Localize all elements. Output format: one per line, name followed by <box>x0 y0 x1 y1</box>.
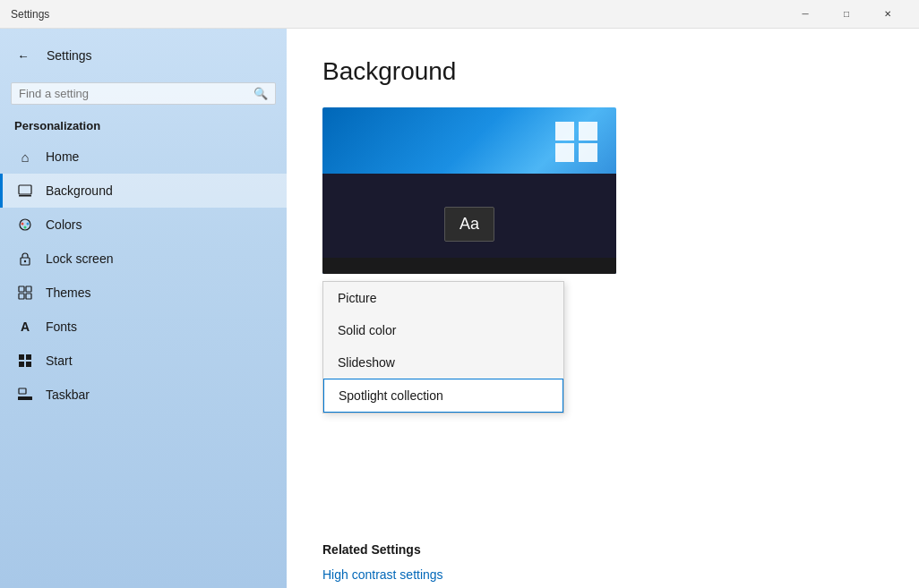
personalization-label: Personalization <box>0 115 287 140</box>
svg-rect-12 <box>19 354 24 360</box>
search-box[interactable]: 🔍 <box>11 82 276 105</box>
svg-rect-11 <box>26 294 31 299</box>
sidebar-item-taskbar[interactable]: Taskbar <box>0 378 287 412</box>
sidebar-item-background[interactable]: Background <box>0 174 287 208</box>
svg-point-4 <box>27 223 30 226</box>
background-icon <box>17 183 33 199</box>
sidebar-item-label-colors: Colors <box>46 217 82 232</box>
window-controls: ─ □ ✕ <box>785 0 908 29</box>
sidebar: ← Settings 🔍 Personalization ⌂ Home <box>0 29 287 588</box>
dropdown-option-picture[interactable]: Picture <box>323 282 563 314</box>
preview-background: Aa <box>322 107 616 274</box>
start-icon <box>17 353 33 369</box>
sidebar-item-label-lock-screen: Lock screen <box>46 251 113 266</box>
app-body: ← Settings 🔍 Personalization ⌂ Home <box>0 29 919 588</box>
related-settings-title: Related Settings <box>322 542 883 557</box>
dropdown-option-spotlight[interactable]: Spotlight collection <box>323 379 563 413</box>
svg-rect-17 <box>19 388 26 394</box>
dropdown-option-solid-color[interactable]: Solid color <box>323 314 563 346</box>
sidebar-item-lock-screen[interactable]: Lock screen <box>0 242 287 276</box>
svg-rect-1 <box>19 195 31 197</box>
maximize-button[interactable]: □ <box>826 0 867 29</box>
related-settings: Related Settings High contrast settings … <box>322 542 883 588</box>
themes-icon <box>17 285 33 301</box>
svg-rect-16 <box>18 396 32 400</box>
sidebar-item-label-start: Start <box>46 354 73 368</box>
sidebar-item-themes[interactable]: Themes <box>0 276 287 310</box>
taskbar-icon <box>17 387 33 403</box>
sidebar-item-label-taskbar: Taskbar <box>46 388 90 402</box>
app-title: Settings <box>11 8 785 21</box>
high-contrast-link[interactable]: High contrast settings <box>322 567 883 582</box>
windows-logo <box>555 122 598 165</box>
minimize-button[interactable]: ─ <box>785 0 826 29</box>
sidebar-item-label-background: Background <box>46 183 113 198</box>
sidebar-item-label-fonts: Fonts <box>46 320 77 334</box>
svg-point-7 <box>24 260 26 262</box>
svg-rect-13 <box>26 354 31 360</box>
search-button[interactable]: 🔍 <box>253 87 268 100</box>
back-button[interactable]: ← <box>11 43 36 68</box>
svg-rect-14 <box>19 362 24 367</box>
svg-point-5 <box>24 226 27 229</box>
svg-rect-9 <box>26 286 31 292</box>
svg-rect-15 <box>26 362 31 367</box>
main-content: Background Aa <box>287 29 919 588</box>
page-title: Background <box>322 57 883 86</box>
search-input[interactable] <box>19 87 253 100</box>
background-preview: Aa <box>322 107 616 274</box>
sidebar-item-fonts[interactable]: A Fonts <box>0 310 287 344</box>
dropdown-option-slideshow[interactable]: Slideshow <box>323 346 563 379</box>
title-bar: Settings ─ □ ✕ <box>0 0 919 29</box>
dropdown-menu: Picture Solid color Slideshow Spotlight … <box>322 281 564 413</box>
sidebar-item-label-home: Home <box>46 149 79 164</box>
close-button[interactable]: ✕ <box>867 0 908 29</box>
nav-items: ⌂ Home Background <box>0 140 287 412</box>
sidebar-item-label-themes: Themes <box>46 285 91 300</box>
preview-window: Aa <box>444 207 494 242</box>
sidebar-item-start[interactable]: Start <box>0 344 287 378</box>
home-icon: ⌂ <box>17 149 33 165</box>
svg-rect-10 <box>19 294 24 299</box>
sidebar-item-colors[interactable]: Colors <box>0 208 287 242</box>
fonts-icon: A <box>17 319 33 335</box>
svg-rect-8 <box>19 286 24 292</box>
lock-icon <box>17 251 33 267</box>
sidebar-item-home[interactable]: ⌂ Home <box>0 140 287 174</box>
back-icon: ← <box>17 49 29 63</box>
sidebar-app-title: Settings <box>47 48 92 63</box>
sidebar-nav-top: ← Settings <box>0 36 287 75</box>
preview-taskbar <box>322 258 616 274</box>
svg-rect-0 <box>19 185 31 194</box>
svg-point-3 <box>21 223 24 226</box>
colors-icon <box>17 217 33 233</box>
